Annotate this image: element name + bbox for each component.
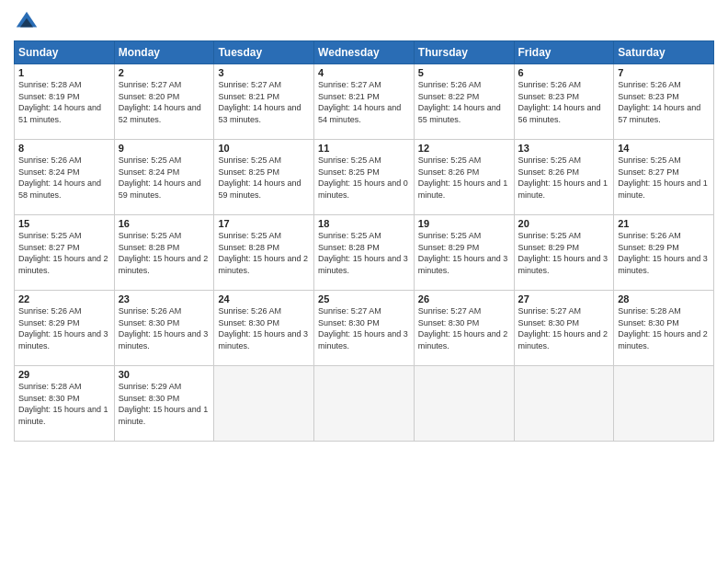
day-info: Sunrise: 5:28 AMSunset: 8:30 PMDaylight:… [618,305,710,351]
day-info: Sunrise: 5:27 AMSunset: 8:20 PMDaylight:… [119,79,210,125]
calendar-week-row: 8 Sunrise: 5:26 AMSunset: 8:24 PMDayligh… [15,140,714,215]
header [14,9,714,35]
day-number: 1 [18,67,110,78]
day-info: Sunrise: 5:26 AMSunset: 8:23 PMDaylight:… [618,79,710,125]
day-number: 23 [119,293,210,304]
calendar-week-row: 29 Sunrise: 5:28 AMSunset: 8:30 PMDaylig… [15,366,714,442]
day-info: Sunrise: 5:25 AMSunset: 8:29 PMDaylight:… [418,230,510,276]
calendar-day-cell: 23 Sunrise: 5:26 AMSunset: 8:30 PMDaylig… [114,291,214,366]
calendar-day-cell: 4 Sunrise: 5:27 AMSunset: 8:21 PMDayligh… [314,64,415,140]
calendar-day-cell: 10 Sunrise: 5:25 AMSunset: 8:25 PMDaylig… [214,140,314,215]
day-number: 24 [218,293,310,304]
day-info: Sunrise: 5:25 AMSunset: 8:25 PMDaylight:… [218,155,310,201]
calendar-day-cell: 21 Sunrise: 5:26 AMSunset: 8:29 PMDaylig… [614,215,714,291]
calendar-day-cell: 25 Sunrise: 5:27 AMSunset: 8:30 PMDaylig… [314,291,415,366]
day-info: Sunrise: 5:26 AMSunset: 8:30 PMDaylight:… [119,305,210,351]
day-info: Sunrise: 5:25 AMSunset: 8:25 PMDaylight:… [318,155,410,201]
day-info: Sunrise: 5:26 AMSunset: 8:24 PMDaylight:… [18,155,110,201]
day-number: 17 [218,218,310,229]
calendar-day-cell: 15 Sunrise: 5:25 AMSunset: 8:27 PMDaylig… [15,215,115,291]
day-number: 13 [518,143,610,154]
day-number: 9 [119,143,210,154]
calendar-day-cell: 19 Sunrise: 5:25 AMSunset: 8:29 PMDaylig… [414,215,514,291]
calendar-day-header: Thursday [414,41,514,64]
day-info: Sunrise: 5:28 AMSunset: 8:30 PMDaylight:… [18,381,110,427]
logo [14,9,41,35]
day-info: Sunrise: 5:26 AMSunset: 8:29 PMDaylight:… [618,230,710,276]
calendar-week-row: 15 Sunrise: 5:25 AMSunset: 8:27 PMDaylig… [15,215,714,291]
calendar-day-cell: 24 Sunrise: 5:26 AMSunset: 8:30 PMDaylig… [214,291,314,366]
day-number: 21 [618,218,710,229]
day-number: 29 [18,369,110,380]
day-info: Sunrise: 5:25 AMSunset: 8:27 PMDaylight:… [18,230,110,276]
calendar-day-cell: 27 Sunrise: 5:27 AMSunset: 8:30 PMDaylig… [514,291,614,366]
day-number: 7 [618,67,710,78]
calendar-day-header: Monday [114,41,214,64]
calendar-day-cell: 6 Sunrise: 5:26 AMSunset: 8:23 PMDayligh… [514,64,614,140]
calendar-day-header: Wednesday [314,41,415,64]
day-info: Sunrise: 5:26 AMSunset: 8:29 PMDaylight:… [18,305,110,351]
calendar: SundayMondayTuesdayWednesdayThursdayFrid… [14,40,714,442]
day-number: 19 [418,218,510,229]
day-number: 11 [318,143,410,154]
day-number: 4 [318,67,410,78]
calendar-day-cell: 16 Sunrise: 5:25 AMSunset: 8:28 PMDaylig… [114,215,214,291]
day-info: Sunrise: 5:27 AMSunset: 8:21 PMDaylight:… [318,79,410,125]
day-info: Sunrise: 5:25 AMSunset: 8:29 PMDaylight:… [518,230,610,276]
calendar-day-cell: 28 Sunrise: 5:28 AMSunset: 8:30 PMDaylig… [614,291,714,366]
calendar-day-cell [614,366,714,442]
calendar-day-cell: 12 Sunrise: 5:25 AMSunset: 8:26 PMDaylig… [414,140,514,215]
page: SundayMondayTuesdayWednesdayThursdayFrid… [0,0,728,563]
calendar-day-header: Saturday [614,41,714,64]
calendar-day-header: Sunday [15,41,115,64]
calendar-day-cell: 22 Sunrise: 5:26 AMSunset: 8:29 PMDaylig… [15,291,115,366]
calendar-day-cell: 26 Sunrise: 5:27 AMSunset: 8:30 PMDaylig… [414,291,514,366]
day-number: 26 [418,293,510,304]
calendar-day-cell: 5 Sunrise: 5:26 AMSunset: 8:22 PMDayligh… [414,64,514,140]
day-number: 2 [119,67,210,78]
day-number: 15 [18,218,110,229]
logo-icon [14,9,40,35]
calendar-day-cell: 9 Sunrise: 5:25 AMSunset: 8:24 PMDayligh… [114,140,214,215]
calendar-day-header: Tuesday [214,41,314,64]
day-info: Sunrise: 5:25 AMSunset: 8:28 PMDaylight:… [318,230,410,276]
day-info: Sunrise: 5:25 AMSunset: 8:28 PMDaylight:… [218,230,310,276]
calendar-day-cell: 30 Sunrise: 5:29 AMSunset: 8:30 PMDaylig… [114,366,214,442]
calendar-day-cell: 2 Sunrise: 5:27 AMSunset: 8:20 PMDayligh… [114,64,214,140]
calendar-day-cell: 18 Sunrise: 5:25 AMSunset: 8:28 PMDaylig… [314,215,415,291]
calendar-day-cell: 1 Sunrise: 5:28 AMSunset: 8:19 PMDayligh… [15,64,115,140]
calendar-day-cell [414,366,514,442]
day-number: 28 [618,293,710,304]
day-number: 18 [318,218,410,229]
day-info: Sunrise: 5:25 AMSunset: 8:27 PMDaylight:… [618,155,710,201]
day-number: 16 [119,218,210,229]
calendar-day-cell [514,366,614,442]
calendar-day-cell: 7 Sunrise: 5:26 AMSunset: 8:23 PMDayligh… [614,64,714,140]
day-info: Sunrise: 5:26 AMSunset: 8:30 PMDaylight:… [218,305,310,351]
calendar-day-cell: 29 Sunrise: 5:28 AMSunset: 8:30 PMDaylig… [15,366,115,442]
day-info: Sunrise: 5:27 AMSunset: 8:30 PMDaylight:… [418,305,510,351]
day-number: 3 [218,67,310,78]
day-number: 27 [518,293,610,304]
day-number: 5 [418,67,510,78]
day-number: 22 [18,293,110,304]
day-number: 25 [318,293,410,304]
calendar-day-cell: 13 Sunrise: 5:25 AMSunset: 8:26 PMDaylig… [514,140,614,215]
calendar-day-cell: 17 Sunrise: 5:25 AMSunset: 8:28 PMDaylig… [214,215,314,291]
day-info: Sunrise: 5:25 AMSunset: 8:24 PMDaylight:… [119,155,210,201]
calendar-week-row: 22 Sunrise: 5:26 AMSunset: 8:29 PMDaylig… [15,291,714,366]
day-info: Sunrise: 5:27 AMSunset: 8:21 PMDaylight:… [218,79,310,125]
day-info: Sunrise: 5:25 AMSunset: 8:26 PMDaylight:… [418,155,510,201]
day-number: 20 [518,218,610,229]
calendar-header-row: SundayMondayTuesdayWednesdayThursdayFrid… [15,41,714,64]
calendar-day-cell: 11 Sunrise: 5:25 AMSunset: 8:25 PMDaylig… [314,140,415,215]
calendar-day-cell [214,366,314,442]
calendar-day-cell: 14 Sunrise: 5:25 AMSunset: 8:27 PMDaylig… [614,140,714,215]
day-info: Sunrise: 5:28 AMSunset: 8:19 PMDaylight:… [18,79,110,125]
day-info: Sunrise: 5:25 AMSunset: 8:26 PMDaylight:… [518,155,610,201]
calendar-day-cell [314,366,415,442]
day-info: Sunrise: 5:27 AMSunset: 8:30 PMDaylight:… [318,305,410,351]
calendar-day-cell: 3 Sunrise: 5:27 AMSunset: 8:21 PMDayligh… [214,64,314,140]
day-number: 30 [119,369,210,380]
day-info: Sunrise: 5:26 AMSunset: 8:22 PMDaylight:… [418,79,510,125]
